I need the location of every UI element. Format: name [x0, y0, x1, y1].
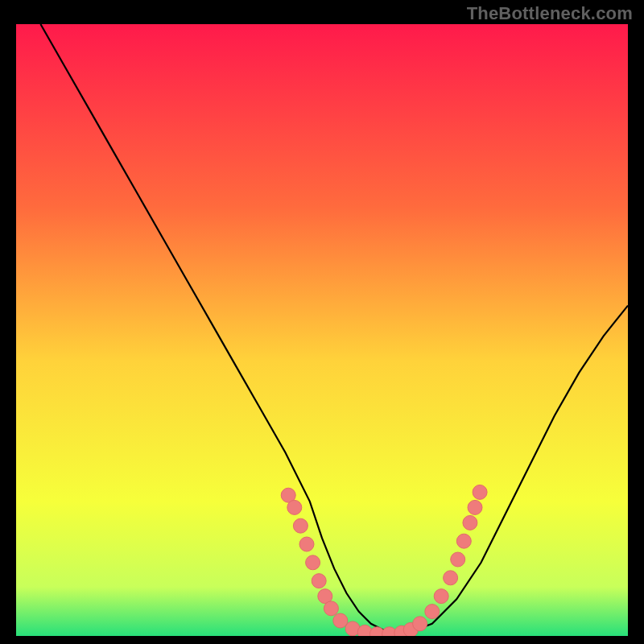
data-marker [293, 518, 308, 533]
data-marker [299, 537, 314, 551]
data-marker [463, 515, 477, 530]
data-marker [425, 605, 440, 619]
data-marker [324, 601, 338, 616]
data-marker [312, 574, 326, 588]
data-marker [473, 485, 487, 499]
data-marker [456, 534, 471, 548]
data-marker [468, 500, 482, 514]
data-marker [287, 500, 302, 514]
chart-stage: TheBottleneck.com [0, 0, 644, 644]
watermark-text: TheBottleneck.com [467, 3, 633, 24]
data-marker [306, 555, 320, 570]
data-marker [444, 571, 458, 585]
plot-area [16, 24, 628, 636]
data-marker [333, 613, 348, 628]
bottleneck-curve [40, 24, 628, 634]
data-marker [451, 552, 465, 567]
curve-layer [16, 24, 628, 636]
data-marker [434, 589, 448, 604]
data-marker [413, 617, 427, 631]
